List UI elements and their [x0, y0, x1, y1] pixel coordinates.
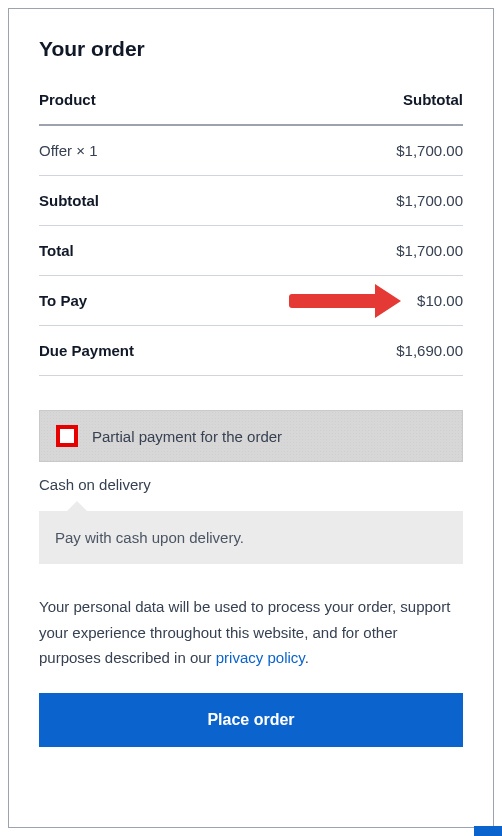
cash-on-delivery-label: Cash on delivery: [39, 476, 463, 493]
order-heading: Your order: [39, 37, 463, 61]
place-order-button[interactable]: Place order: [39, 693, 463, 747]
order-total-row: Total $1,700.00: [39, 226, 463, 276]
due-payment-label: Due Payment: [39, 342, 134, 359]
payment-method-option[interactable]: Partial payment for the order: [39, 410, 463, 462]
header-subtotal: Subtotal: [403, 91, 463, 108]
subtotal-value: $1,700.00: [396, 192, 463, 209]
decorative-bar: [474, 826, 502, 836]
line-item-label: Offer × 1: [39, 142, 98, 159]
cash-on-delivery-description: Pay with cash upon delivery.: [39, 511, 463, 564]
order-summary-panel: Your order Product Subtotal Offer × 1 $1…: [8, 8, 494, 828]
privacy-notice: Your personal data will be used to proce…: [39, 594, 463, 671]
order-subtotal-row: Subtotal $1,700.00: [39, 176, 463, 226]
to-pay-label: To Pay: [39, 292, 87, 309]
privacy-text-after: .: [305, 649, 309, 666]
subtotal-label: Subtotal: [39, 192, 99, 209]
order-to-pay-row: To Pay $10.00: [39, 276, 463, 326]
radio-icon[interactable]: [56, 425, 78, 447]
order-header-row: Product Subtotal: [39, 85, 463, 126]
due-payment-value: $1,690.00: [396, 342, 463, 359]
order-line-item: Offer × 1 $1,700.00: [39, 126, 463, 176]
total-value: $1,700.00: [396, 242, 463, 259]
order-due-payment-row: Due Payment $1,690.00: [39, 326, 463, 376]
header-product: Product: [39, 91, 96, 108]
privacy-policy-link[interactable]: privacy policy: [216, 649, 305, 666]
arrow-icon: [289, 284, 401, 318]
to-pay-value: $10.00: [417, 292, 463, 309]
total-label: Total: [39, 242, 74, 259]
payment-method-label: Partial payment for the order: [92, 428, 282, 445]
line-item-value: $1,700.00: [396, 142, 463, 159]
